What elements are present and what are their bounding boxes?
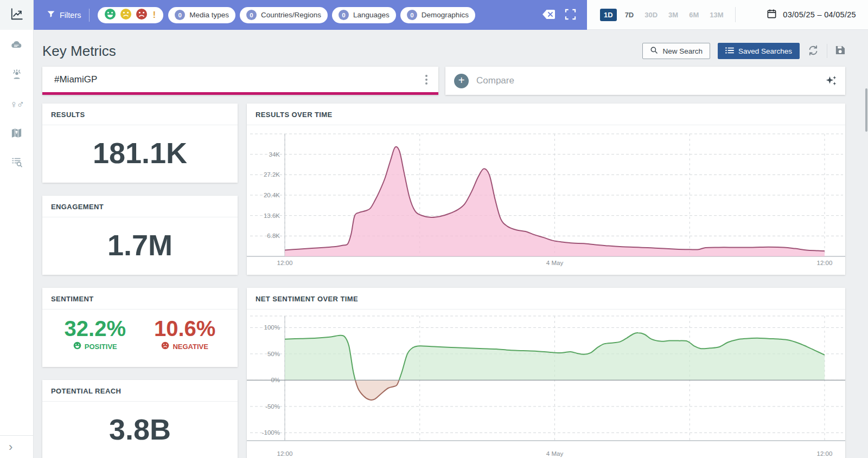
results-chart-title: RESULTS OVER TIME	[247, 104, 845, 125]
results-value: 181.1K	[42, 125, 238, 180]
range-chip-1d[interactable]: 1D	[600, 9, 617, 21]
svg-text:27.2K: 27.2K	[264, 171, 280, 178]
positive-face-icon	[73, 341, 81, 351]
reach-card-title: POTENTIAL REACH	[42, 380, 238, 402]
neutral-sentiment-icon	[120, 8, 132, 22]
list-icon	[725, 47, 734, 56]
results-list-search-icon	[10, 156, 23, 171]
sidebar: ♀♂ ›	[0, 0, 34, 458]
sidebar-item-analytics[interactable]	[0, 0, 33, 30]
funnel-icon	[47, 10, 55, 20]
results-card: RESULTS 181.1K	[42, 104, 238, 183]
sidebar-item-influencers[interactable]	[10, 69, 23, 82]
save-floppy-icon	[835, 45, 845, 57]
negative-label: NEGATIVE	[173, 343, 208, 351]
search-query-box[interactable]: #MiamiGP	[42, 67, 438, 95]
kebab-menu-icon[interactable]	[422, 72, 431, 88]
filters-button[interactable]: Filters	[47, 10, 81, 20]
refresh-icon	[807, 44, 819, 58]
svg-text:34K: 34K	[269, 151, 280, 158]
net-sentiment-over-time-chart[interactable]: 100%50%0%-50%-100%12:004 May12:00	[247, 309, 845, 458]
calendar-icon	[767, 9, 777, 21]
filter-pill-label: Languages	[353, 11, 390, 19]
sidebar-item-word-cloud[interactable]	[10, 40, 23, 53]
sidebar-item-demographics[interactable]: ♀♂	[10, 98, 23, 111]
divider	[735, 7, 736, 22]
range-chip-7d[interactable]: 7D	[622, 9, 637, 21]
sentiment-filter-pill[interactable]: !	[98, 7, 163, 23]
filter-count-badge: 0	[175, 10, 185, 20]
saved-searches-label: Saved Searches	[738, 47, 792, 55]
new-search-button[interactable]: New Search	[642, 43, 710, 59]
compare-box[interactable]: + Compare	[445, 67, 845, 95]
svg-text:12:00: 12:00	[817, 450, 833, 457]
filter-pill-label: Demographics	[422, 11, 469, 19]
svg-text:50%: 50%	[267, 351, 280, 357]
clear-filters-button[interactable]	[540, 7, 558, 23]
map-icon	[10, 127, 23, 141]
range-chip-3m[interactable]: 3M	[666, 9, 681, 21]
flagged-sentiment-icon: !	[151, 10, 157, 21]
engagement-value: 1.7M	[42, 217, 238, 273]
svg-text:20.4K: 20.4K	[264, 192, 280, 198]
filter-pill-label: Media types	[189, 11, 229, 19]
filter-count-badge: 0	[339, 10, 349, 20]
filters-label: Filters	[60, 11, 81, 20]
range-chip-13m[interactable]: 13M	[707, 9, 726, 21]
search-icon	[650, 46, 658, 56]
svg-text:12:00: 12:00	[277, 450, 293, 457]
sidebar-item-map[interactable]	[10, 127, 23, 140]
positive-label: POSITIVE	[85, 343, 117, 351]
negative-face-icon	[161, 341, 169, 351]
engagement-card-title: ENGAGEMENT	[42, 196, 238, 217]
negative-sentiment-stat: 10.6% NEGATIVE	[154, 317, 215, 351]
negative-sentiment-icon	[136, 8, 148, 22]
save-button[interactable]	[835, 45, 845, 57]
sidebar-collapse-button[interactable]: ›	[0, 435, 33, 458]
range-chip-group: 1D7D30D3M6M13M	[600, 9, 726, 21]
positive-sentiment-stat: 32.2% POSITIVE	[65, 317, 126, 351]
filter-pill-group: 0Media types0Countries/Regions0Languages…	[168, 7, 475, 23]
net-sentiment-over-time-card: NET SENTIMENT OVER TIME 100%50%0%-50%-10…	[247, 288, 845, 458]
date-range-picker[interactable]: 03/05/25 – 04/05/25	[767, 9, 856, 21]
svg-text:-50%: -50%	[265, 403, 280, 410]
svg-text:4 May: 4 May	[546, 450, 564, 457]
range-chip-30d[interactable]: 30D	[642, 9, 660, 21]
positive-sentiment-icon	[104, 8, 116, 22]
svg-text:13.6K: 13.6K	[264, 212, 280, 219]
negative-sentiment-value: 10.6%	[154, 317, 215, 341]
fullscreen-button[interactable]	[563, 7, 578, 24]
page-title: Key Metrics	[42, 43, 116, 60]
saved-searches-button[interactable]: Saved Searches	[718, 43, 800, 59]
filter-pill-label: Countries/Regions	[261, 11, 321, 19]
sentiment-card-title: SENTIMENT	[42, 288, 238, 309]
backspace-clear-icon	[542, 9, 556, 21]
filter-pill-media-types[interactable]: 0Media types	[168, 7, 235, 23]
potential-reach-card: POTENTIAL REACH 3.8B	[42, 380, 238, 458]
filter-pill-languages[interactable]: 0Languages	[332, 7, 396, 23]
refresh-button[interactable]	[807, 44, 819, 58]
add-compare-icon[interactable]: +	[454, 74, 469, 88]
search-query-value: #MiamiGP	[54, 74, 97, 85]
sidebar-item-results-list[interactable]	[10, 157, 23, 170]
divider	[89, 9, 90, 22]
positive-sentiment-value: 32.2%	[65, 317, 126, 341]
main-content: Key Metrics New Search Saved Searches	[34, 30, 868, 458]
range-chip-6m[interactable]: 6M	[686, 9, 701, 21]
filter-pill-demographics[interactable]: 0Demographics	[400, 7, 475, 23]
svg-text:100%: 100%	[264, 324, 280, 331]
filter-pill-countries-regions[interactable]: 0Countries/Regions	[240, 7, 328, 23]
reach-value: 3.8B	[42, 402, 238, 457]
influencer-icon	[10, 68, 23, 83]
word-cloud-icon	[10, 38, 23, 54]
results-over-time-chart[interactable]: 34K27.2K20.4K13.6K6.8K12:004 May12:00	[247, 125, 845, 270]
engagement-card: ENGAGEMENT 1.7M	[42, 196, 238, 275]
sparkles-ai-icon[interactable]	[825, 74, 838, 87]
compare-placeholder: Compare	[476, 75, 514, 86]
scrollbar-thumb[interactable]	[865, 88, 867, 132]
time-range-bar: 1D7D30D3M6M13M 03/05/25 – 04/05/25	[587, 0, 868, 30]
date-range-value: 03/05/25 – 04/05/25	[783, 10, 856, 19]
divider	[827, 44, 827, 58]
svg-text:12:00: 12:00	[277, 260, 293, 266]
new-search-label: New Search	[662, 47, 703, 55]
